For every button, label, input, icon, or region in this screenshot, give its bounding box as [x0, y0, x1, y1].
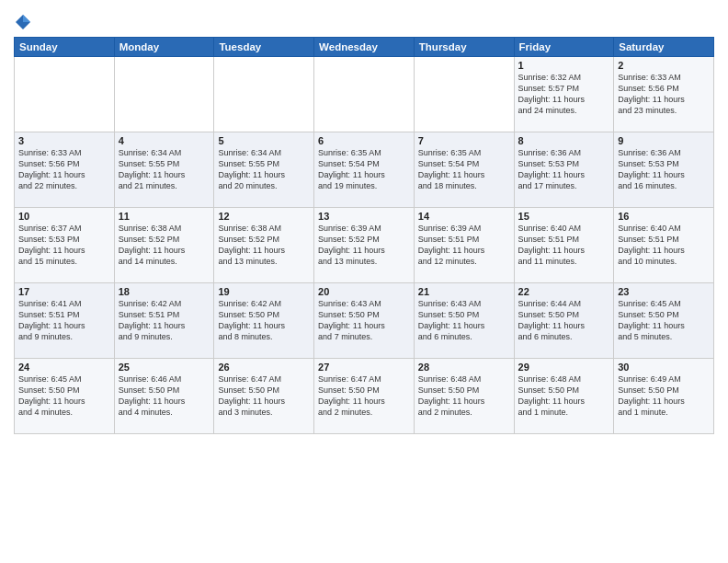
- day-number: 6: [318, 135, 410, 146]
- day-info: Sunrise: 6:48 AM Sunset: 5:50 PM Dayligh…: [418, 373, 510, 419]
- day-header-sunday: Sunday: [15, 38, 115, 57]
- day-cell: 4Sunrise: 6:34 AM Sunset: 5:55 PM Daylig…: [114, 132, 214, 208]
- day-info: Sunrise: 6:45 AM Sunset: 5:50 PM Dayligh…: [618, 298, 710, 343]
- day-cell: [214, 57, 314, 132]
- day-cell: 12Sunrise: 6:38 AM Sunset: 5:52 PM Dayli…: [214, 208, 314, 283]
- day-info: Sunrise: 6:47 AM Sunset: 5:50 PM Dayligh…: [218, 373, 310, 419]
- svg-marker-1: [23, 15, 30, 22]
- day-number: 14: [418, 211, 510, 222]
- day-cell: 20Sunrise: 6:43 AM Sunset: 5:50 PM Dayli…: [314, 283, 415, 359]
- day-cell: 26Sunrise: 6:47 AM Sunset: 5:50 PM Dayli…: [214, 359, 314, 434]
- day-info: Sunrise: 6:33 AM Sunset: 5:56 PM Dayligh…: [18, 147, 110, 192]
- day-number: 28: [418, 362, 510, 373]
- day-cell: 9Sunrise: 6:36 AM Sunset: 5:53 PM Daylig…: [614, 132, 714, 208]
- day-number: 26: [218, 362, 310, 373]
- day-number: 10: [18, 211, 110, 222]
- day-info: Sunrise: 6:38 AM Sunset: 5:52 PM Dayligh…: [218, 223, 310, 268]
- day-number: 3: [18, 135, 110, 146]
- day-cell: 2Sunrise: 6:33 AM Sunset: 5:56 PM Daylig…: [614, 57, 714, 132]
- day-header-tuesday: Tuesday: [214, 38, 314, 57]
- day-info: Sunrise: 6:35 AM Sunset: 5:54 PM Dayligh…: [418, 147, 510, 192]
- day-number: 20: [318, 286, 410, 297]
- day-info: Sunrise: 6:38 AM Sunset: 5:52 PM Dayligh…: [119, 223, 210, 268]
- day-info: Sunrise: 6:49 AM Sunset: 5:50 PM Dayligh…: [618, 373, 710, 419]
- day-info: Sunrise: 6:44 AM Sunset: 5:50 PM Dayligh…: [518, 298, 610, 343]
- day-cell: 29Sunrise: 6:48 AM Sunset: 5:50 PM Dayli…: [514, 359, 614, 434]
- day-number: 12: [218, 211, 310, 222]
- day-info: Sunrise: 6:34 AM Sunset: 5:55 PM Dayligh…: [218, 147, 310, 192]
- calendar-body: 1Sunrise: 6:32 AM Sunset: 5:57 PM Daylig…: [15, 57, 714, 434]
- day-number: 25: [119, 362, 210, 373]
- day-info: Sunrise: 6:47 AM Sunset: 5:50 PM Dayligh…: [318, 373, 410, 419]
- day-header-friday: Friday: [514, 38, 614, 57]
- logo-icon: [14, 13, 32, 31]
- day-cell: 1Sunrise: 6:32 AM Sunset: 5:57 PM Daylig…: [514, 57, 614, 132]
- day-info: Sunrise: 6:42 AM Sunset: 5:50 PM Dayligh…: [218, 298, 310, 343]
- day-cell: 25Sunrise: 6:46 AM Sunset: 5:50 PM Dayli…: [114, 359, 214, 434]
- day-number: 30: [618, 362, 710, 373]
- day-number: 5: [218, 135, 310, 146]
- day-header-thursday: Thursday: [414, 38, 514, 57]
- day-cell: 7Sunrise: 6:35 AM Sunset: 5:54 PM Daylig…: [414, 132, 514, 208]
- day-info: Sunrise: 6:46 AM Sunset: 5:50 PM Dayligh…: [119, 373, 210, 419]
- day-info: Sunrise: 6:37 AM Sunset: 5:53 PM Dayligh…: [18, 223, 110, 268]
- day-number: 24: [18, 362, 110, 373]
- day-info: Sunrise: 6:43 AM Sunset: 5:50 PM Dayligh…: [318, 298, 410, 343]
- page-header: [14, 9, 714, 31]
- calendar-table: SundayMondayTuesdayWednesdayThursdayFrid…: [14, 37, 714, 434]
- day-cell: 5Sunrise: 6:34 AM Sunset: 5:55 PM Daylig…: [214, 132, 314, 208]
- day-info: Sunrise: 6:34 AM Sunset: 5:55 PM Dayligh…: [119, 147, 210, 192]
- day-number: 19: [218, 286, 310, 297]
- day-cell: [114, 57, 214, 132]
- week-row-1: 1Sunrise: 6:32 AM Sunset: 5:57 PM Daylig…: [15, 57, 714, 132]
- day-info: Sunrise: 6:35 AM Sunset: 5:54 PM Dayligh…: [318, 147, 410, 192]
- day-number: 21: [418, 286, 510, 297]
- day-number: 22: [518, 286, 610, 297]
- day-info: Sunrise: 6:48 AM Sunset: 5:50 PM Dayligh…: [518, 373, 610, 419]
- logo: [14, 13, 34, 31]
- day-info: Sunrise: 6:45 AM Sunset: 5:50 PM Dayligh…: [18, 373, 110, 419]
- day-cell: 22Sunrise: 6:44 AM Sunset: 5:50 PM Dayli…: [514, 283, 614, 359]
- day-info: Sunrise: 6:32 AM Sunset: 5:57 PM Dayligh…: [518, 72, 610, 117]
- day-header-saturday: Saturday: [614, 38, 714, 57]
- day-cell: 10Sunrise: 6:37 AM Sunset: 5:53 PM Dayli…: [15, 208, 115, 283]
- day-info: Sunrise: 6:42 AM Sunset: 5:51 PM Dayligh…: [119, 298, 210, 343]
- day-number: 1: [518, 60, 610, 71]
- day-cell: 17Sunrise: 6:41 AM Sunset: 5:51 PM Dayli…: [15, 283, 115, 359]
- page-container: SundayMondayTuesdayWednesdayThursdayFrid…: [0, 0, 728, 439]
- day-number: 18: [119, 286, 210, 297]
- day-info: Sunrise: 6:41 AM Sunset: 5:51 PM Dayligh…: [18, 298, 110, 343]
- day-number: 7: [418, 135, 510, 146]
- day-number: 27: [318, 362, 410, 373]
- day-cell: [15, 57, 115, 132]
- day-cell: [314, 57, 415, 132]
- day-number: 29: [518, 362, 610, 373]
- day-number: 15: [518, 211, 610, 222]
- day-info: Sunrise: 6:36 AM Sunset: 5:53 PM Dayligh…: [618, 147, 710, 192]
- day-number: 8: [518, 135, 610, 146]
- day-info: Sunrise: 6:39 AM Sunset: 5:51 PM Dayligh…: [418, 223, 510, 268]
- day-cell: 19Sunrise: 6:42 AM Sunset: 5:50 PM Dayli…: [214, 283, 314, 359]
- day-cell: 30Sunrise: 6:49 AM Sunset: 5:50 PM Dayli…: [614, 359, 714, 434]
- day-cell: 8Sunrise: 6:36 AM Sunset: 5:53 PM Daylig…: [514, 132, 614, 208]
- day-info: Sunrise: 6:40 AM Sunset: 5:51 PM Dayligh…: [518, 223, 610, 268]
- day-cell: 28Sunrise: 6:48 AM Sunset: 5:50 PM Dayli…: [414, 359, 514, 434]
- day-header-monday: Monday: [114, 38, 214, 57]
- day-cell: 23Sunrise: 6:45 AM Sunset: 5:50 PM Dayli…: [614, 283, 714, 359]
- day-cell: 13Sunrise: 6:39 AM Sunset: 5:52 PM Dayli…: [314, 208, 415, 283]
- day-info: Sunrise: 6:39 AM Sunset: 5:52 PM Dayligh…: [318, 223, 410, 268]
- day-info: Sunrise: 6:43 AM Sunset: 5:50 PM Dayligh…: [418, 298, 510, 343]
- day-number: 16: [618, 211, 710, 222]
- week-row-2: 3Sunrise: 6:33 AM Sunset: 5:56 PM Daylig…: [15, 132, 714, 208]
- day-cell: [414, 57, 514, 132]
- day-cell: 21Sunrise: 6:43 AM Sunset: 5:50 PM Dayli…: [414, 283, 514, 359]
- day-header-wednesday: Wednesday: [314, 38, 415, 57]
- day-cell: 24Sunrise: 6:45 AM Sunset: 5:50 PM Dayli…: [15, 359, 115, 434]
- day-cell: 27Sunrise: 6:47 AM Sunset: 5:50 PM Dayli…: [314, 359, 415, 434]
- day-cell: 3Sunrise: 6:33 AM Sunset: 5:56 PM Daylig…: [15, 132, 115, 208]
- week-row-3: 10Sunrise: 6:37 AM Sunset: 5:53 PM Dayli…: [15, 208, 714, 283]
- week-row-5: 24Sunrise: 6:45 AM Sunset: 5:50 PM Dayli…: [15, 359, 714, 434]
- day-cell: 18Sunrise: 6:42 AM Sunset: 5:51 PM Dayli…: [114, 283, 214, 359]
- day-info: Sunrise: 6:36 AM Sunset: 5:53 PM Dayligh…: [518, 147, 610, 192]
- day-cell: 11Sunrise: 6:38 AM Sunset: 5:52 PM Dayli…: [114, 208, 214, 283]
